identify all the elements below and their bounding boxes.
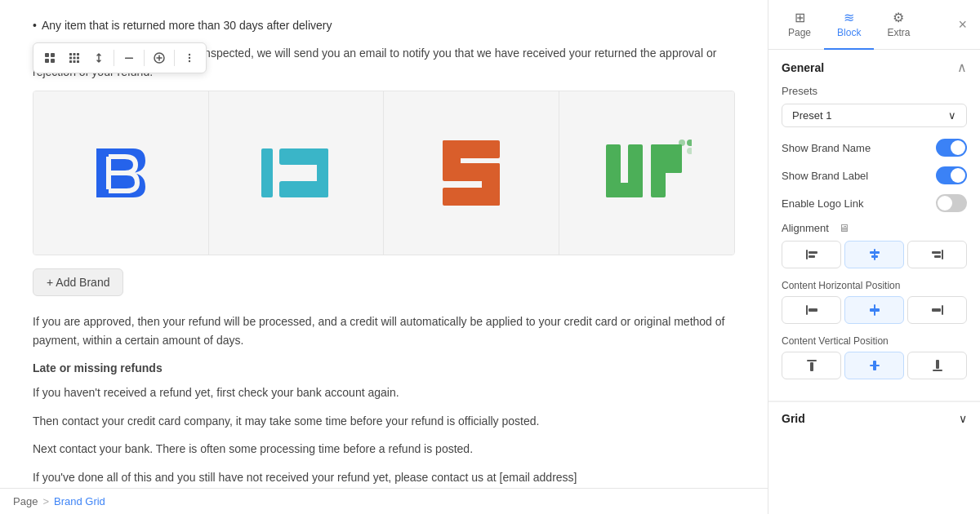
svg-rect-57 [933, 370, 942, 371]
toolbar-divider-3 [174, 50, 175, 66]
toggle-brand-label-label: Show Brand Label [782, 170, 868, 182]
svg-rect-13 [125, 58, 133, 60]
svg-point-35 [679, 140, 685, 146]
svg-rect-30 [628, 144, 643, 197]
breadcrumb-current[interactable]: Brand Grid [54, 495, 105, 507]
grid-section[interactable]: Grid ∨ [768, 401, 980, 435]
tab-extra[interactable]: ⚙ Extra [874, 0, 923, 50]
main-content: • Any item that is returned more than 30… [0, 0, 768, 514]
check-paragraph: If you haven't received a refund yet, fi… [33, 383, 735, 401]
svg-rect-56 [873, 361, 876, 370]
svg-rect-8 [74, 57, 76, 60]
svg-rect-11 [74, 60, 76, 63]
svg-rect-27 [443, 188, 500, 206]
content-h-left-button[interactable] [782, 296, 841, 324]
svg-rect-47 [806, 305, 808, 315]
alignment-buttons [782, 241, 967, 268]
svg-rect-48 [808, 308, 817, 312]
toolbar-minus-icon[interactable] [118, 47, 140, 69]
svg-rect-46 [934, 255, 941, 258]
svg-rect-51 [942, 305, 943, 315]
preset-chevron-icon: ∨ [948, 109, 956, 122]
toggle-logo-link-knob [938, 196, 952, 210]
svg-point-37 [687, 148, 692, 154]
toggle-brand-label-knob [951, 168, 965, 183]
panel-tabs: ⊞ Page ≋ Block ⚙ Extra × [768, 0, 980, 50]
general-chevron-icon[interactable]: ∧ [957, 60, 967, 75]
toggle-logo-link-switch[interactable] [936, 194, 967, 212]
brand-cell-1: placeholder [33, 91, 209, 255]
content-horizontal-section: Content Horizontal Position [782, 280, 967, 324]
toggle-show-brand-name: Show Brand Name [782, 139, 967, 157]
toolbar-divider-1 [114, 50, 114, 66]
toggle-brand-label-switch[interactable] [936, 166, 967, 184]
toolbar-arrows-icon[interactable] [87, 47, 110, 69]
svg-rect-19 [261, 148, 273, 197]
right-panel: ⊞ Page ≋ Block ⚙ Extra × General ∧ Prese… [768, 0, 980, 514]
toggle-brand-name-switch[interactable] [936, 139, 967, 157]
align-left-button[interactable] [782, 241, 841, 268]
svg-rect-44 [942, 250, 943, 259]
alignment-label-row: Alignment 🖥 [782, 222, 967, 234]
svg-rect-3 [51, 59, 55, 63]
content-v-bottom-button[interactable] [907, 352, 967, 379]
svg-point-15 [189, 54, 190, 55]
content-vertical-label: Content Vertical Position [782, 335, 967, 347]
svg-point-16 [189, 57, 190, 59]
svg-rect-43 [871, 255, 878, 258]
grid-section-title: Grid [782, 412, 805, 425]
svg-rect-52 [932, 308, 941, 312]
svg-rect-22 [317, 148, 328, 197]
general-section: General ∧ Presets Preset 1 ∨ Show Brand … [768, 50, 980, 401]
content-h-center-button[interactable] [844, 296, 904, 324]
breadcrumb-page[interactable]: Page [13, 495, 38, 507]
content-vertical-section: Content Vertical Position [782, 335, 967, 379]
svg-rect-41 [874, 249, 875, 260]
toolbar-more-icon[interactable] [178, 47, 201, 69]
preset-value: Preset 1 [792, 109, 831, 122]
svg-rect-53 [807, 360, 817, 361]
svg-rect-42 [870, 251, 880, 254]
contact-paragraph: Then contact your credit card company, i… [33, 412, 735, 430]
svg-rect-5 [74, 53, 76, 55]
general-section-header: General ∧ [782, 60, 967, 75]
alignment-section: Alignment 🖥 [782, 222, 967, 268]
svg-rect-0 [45, 53, 49, 57]
svg-rect-1 [51, 53, 55, 57]
brand-cell-3 [384, 91, 559, 255]
monitor-icon: 🖥 [839, 222, 849, 234]
content-v-middle-button[interactable] [844, 352, 904, 379]
panel-close-button[interactable]: × [951, 0, 973, 49]
align-right-button[interactable] [907, 241, 967, 268]
presets-label: Presets [782, 85, 967, 97]
svg-rect-34 [651, 158, 682, 173]
tab-block[interactable]: ≋ Block [824, 0, 874, 50]
svg-rect-50 [870, 308, 880, 312]
add-brand-button[interactable]: + Add Brand [33, 268, 123, 296]
svg-rect-38 [806, 250, 808, 259]
toolbar-add-icon[interactable] [148, 47, 171, 69]
content-v-top-button[interactable] [782, 352, 841, 379]
svg-rect-4 [69, 53, 72, 55]
content-vertical-buttons [782, 352, 967, 379]
late-heading: Late or missing refunds [33, 359, 735, 377]
tab-page[interactable]: ⊞ Page [775, 0, 824, 50]
toggle-brand-name-label: Show Brand Name [782, 142, 871, 154]
toggle-brand-name-knob [951, 140, 965, 155]
toolbar-divider-2 [144, 50, 145, 66]
grid-chevron-icon: ∨ [959, 412, 967, 425]
toggle-logo-link-label: Enable Logo Link [782, 197, 863, 210]
toolbar-block-icon[interactable] [38, 47, 61, 69]
toolbar-grid-icon[interactable] [63, 47, 86, 69]
breadcrumb-separator: > [42, 495, 49, 507]
brand-cell-2 [209, 91, 385, 255]
brand-logo-2 [255, 140, 336, 206]
brand-logo-1 [80, 132, 162, 214]
content-h-right-button[interactable] [907, 296, 967, 324]
content-horizontal-buttons [782, 296, 967, 324]
content-horizontal-label: Content Horizontal Position [782, 280, 967, 291]
svg-point-36 [687, 140, 692, 146]
svg-rect-58 [936, 360, 939, 369]
align-center-button[interactable] [844, 241, 904, 268]
preset-select[interactable]: Preset 1 ∨ [782, 104, 967, 127]
